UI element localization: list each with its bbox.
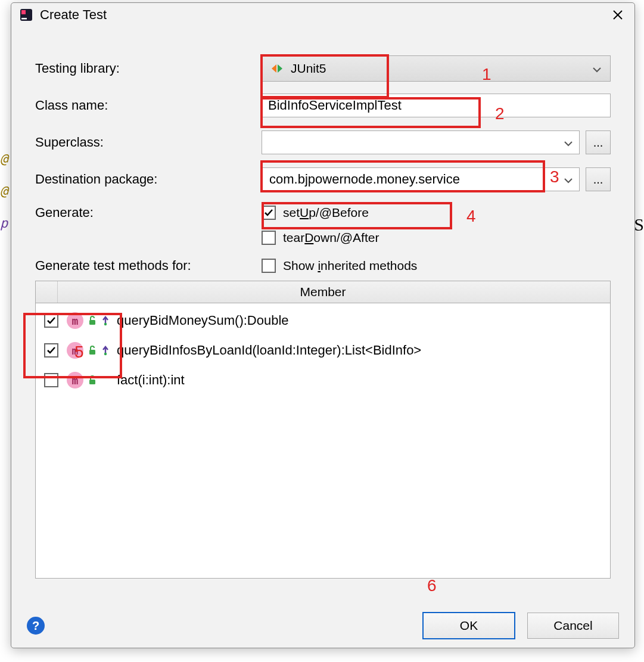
titlebar: Create Test bbox=[11, 3, 634, 27]
help-button[interactable]: ? bbox=[27, 617, 45, 635]
annotation-6: 6 bbox=[427, 576, 437, 595]
show-inherited-checkbox[interactable] bbox=[262, 259, 276, 273]
class-name-label: Class name: bbox=[35, 98, 262, 113]
svg-rect-9 bbox=[89, 350, 95, 355]
member-signature: fact(i:int):int bbox=[117, 372, 185, 388]
member-signature: queryBidMoneySum():Double bbox=[117, 313, 289, 328]
lock-open-icon bbox=[87, 315, 98, 326]
svg-marker-6 bbox=[278, 64, 282, 73]
method-icon: m bbox=[67, 312, 83, 329]
superclass-label: Superclass: bbox=[35, 135, 262, 150]
background-code: @ @ p bbox=[0, 143, 8, 240]
superclass-combo[interactable] bbox=[262, 130, 580, 154]
member-row[interactable]: m fact(i:int):int bbox=[36, 365, 610, 395]
superclass-input[interactable] bbox=[268, 134, 558, 151]
member-row[interactable]: m queryBidMoneySum():Double bbox=[36, 306, 610, 335]
member-checkbox[interactable] bbox=[44, 373, 58, 387]
close-icon bbox=[612, 9, 624, 21]
create-test-dialog: Create Test Testing library: JUnit5 Clas… bbox=[11, 2, 635, 648]
ok-button[interactable]: OK bbox=[422, 612, 515, 639]
svg-point-10 bbox=[104, 353, 107, 355]
superclass-browse-button[interactable]: ... bbox=[586, 130, 611, 154]
svg-rect-2 bbox=[21, 18, 27, 20]
member-list: Member m queryBidMoneySum():Double m que… bbox=[35, 281, 611, 579]
method-icon: m bbox=[67, 372, 83, 389]
svg-rect-1 bbox=[21, 10, 26, 14]
method-icon: m bbox=[67, 342, 83, 359]
svg-marker-5 bbox=[272, 64, 276, 73]
member-row[interactable]: m queryBidInfosByLoanId(loanId:Integer):… bbox=[36, 335, 610, 365]
dialog-title: Create Test bbox=[40, 7, 107, 23]
junit-icon bbox=[270, 62, 284, 75]
override-icon bbox=[101, 345, 110, 356]
member-checkbox[interactable] bbox=[44, 343, 58, 358]
close-button[interactable] bbox=[608, 5, 627, 24]
lock-open-icon bbox=[87, 345, 98, 356]
setup-label: setUp/@Before bbox=[283, 206, 369, 220]
testing-library-value: JUnit5 bbox=[291, 61, 326, 76]
svg-rect-11 bbox=[89, 380, 95, 384]
chevron-down-icon bbox=[592, 61, 602, 76]
member-checkbox[interactable] bbox=[44, 313, 58, 328]
testing-library-dropdown[interactable]: JUnit5 bbox=[262, 55, 611, 82]
class-name-input[interactable] bbox=[262, 94, 611, 117]
show-inherited-label: Show inherited methods bbox=[283, 259, 417, 273]
destination-package-combo[interactable] bbox=[262, 167, 580, 191]
intellij-icon bbox=[18, 7, 34, 23]
destination-package-label: Destination package: bbox=[35, 172, 262, 187]
teardown-label: tearDown/@After bbox=[283, 231, 379, 245]
destination-package-browse-button[interactable]: ... bbox=[586, 167, 611, 191]
dialog-footer: ? OK Cancel bbox=[11, 604, 634, 648]
cancel-button[interactable]: Cancel bbox=[527, 613, 619, 639]
member-signature: queryBidInfosByLoanId(loanId:Integer):Li… bbox=[117, 343, 421, 358]
chevron-down-icon bbox=[564, 172, 573, 187]
member-header: Member bbox=[36, 281, 610, 303]
destination-package-input[interactable] bbox=[268, 171, 558, 188]
testing-library-label: Testing library: bbox=[35, 61, 262, 76]
svg-point-8 bbox=[104, 323, 107, 325]
background-letter: S bbox=[634, 215, 644, 235]
teardown-checkbox[interactable] bbox=[262, 231, 276, 245]
generate-methods-label: Generate test methods for: bbox=[35, 253, 262, 278]
lock-open-icon bbox=[87, 375, 98, 386]
chevron-down-icon bbox=[564, 135, 573, 150]
setup-checkbox[interactable] bbox=[262, 206, 276, 220]
override-icon bbox=[101, 315, 110, 326]
svg-rect-7 bbox=[89, 320, 95, 325]
generate-label: Generate: bbox=[35, 205, 262, 220]
